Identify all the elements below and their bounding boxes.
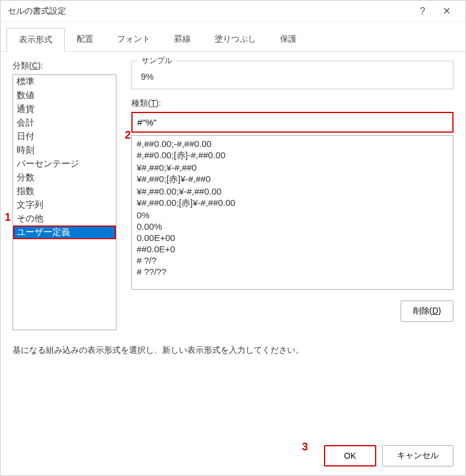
delete-button[interactable]: 削除(D): [401, 300, 454, 322]
category-item-scientific[interactable]: 指数: [13, 184, 116, 198]
type-list-item[interactable]: #,##0.00;[赤]-#,##0.00: [136, 149, 449, 162]
category-item-fraction[interactable]: 分数: [13, 171, 116, 184]
sample-label: サンプル: [138, 55, 176, 66]
type-input[interactable]: [131, 112, 454, 133]
type-list-item[interactable]: 0.00%: [136, 221, 449, 232]
category-item-custom[interactable]: ユーザー定義: [13, 226, 116, 239]
details-column: サンプル 9% 種類(T): #,##0.00;-#,##0.00 #,##0.…: [131, 61, 454, 330]
tab-alignment[interactable]: 配置: [65, 28, 105, 51]
tab-protection[interactable]: 保護: [268, 28, 308, 51]
category-listbox[interactable]: 標準 数値 通貨 会計 日付 時刻 パーセンテージ 分数 指数 文字列 その他 …: [12, 74, 116, 330]
main-area: 分類(C): 標準 数値 通貨 会計 日付 時刻 パーセンテージ 分数 指数 文…: [12, 61, 454, 330]
cancel-button[interactable]: キャンセル: [382, 445, 454, 466]
type-list-item[interactable]: 0%: [136, 209, 449, 221]
annotation-2: 2: [125, 129, 131, 142]
category-label: 分類(C):: [12, 61, 119, 71]
annotation-3: 3: [302, 441, 308, 453]
tab-number[interactable]: 表示形式: [7, 28, 65, 52]
dialog-footer: OK キャンセル: [1, 436, 465, 475]
type-label: 種類(T):: [131, 98, 454, 109]
type-list-item[interactable]: # ?/?: [136, 255, 449, 266]
content-area: 分類(C): 標準 数値 通貨 会計 日付 時刻 パーセンテージ 分数 指数 文…: [1, 52, 465, 436]
type-list-item[interactable]: 0.00E+00: [136, 232, 449, 243]
ok-button[interactable]: OK: [324, 445, 376, 466]
category-item-number[interactable]: 数値: [13, 89, 116, 102]
category-item-percentage[interactable]: パーセンテージ: [13, 157, 116, 171]
category-item-currency[interactable]: 通貨: [13, 102, 116, 116]
sample-value: 9%: [141, 68, 444, 82]
help-icon[interactable]: ?: [411, 6, 434, 17]
hint-text: 基になる組み込みの表示形式を選択し、新しい表示形式を入力してください。: [12, 345, 454, 356]
tab-strip: 表示形式 配置 フォント 罫線 塗りつぶし 保護: [1, 22, 465, 52]
category-item-standard[interactable]: 標準: [13, 75, 116, 89]
close-icon[interactable]: ✕: [434, 5, 458, 17]
type-list-item[interactable]: ¥#,##0;¥-#,##0: [136, 162, 449, 173]
tab-border[interactable]: 罫線: [162, 28, 203, 51]
type-listbox[interactable]: #,##0.00;-#,##0.00 #,##0.00;[赤]-#,##0.00…: [131, 135, 454, 290]
category-item-text[interactable]: 文字列: [13, 198, 116, 212]
tab-font[interactable]: フォント: [105, 28, 162, 51]
type-list-item[interactable]: ¥#,##0;[赤]¥-#,##0: [136, 173, 449, 186]
category-item-accounting[interactable]: 会計: [13, 116, 116, 130]
type-list-item[interactable]: # ??/??: [136, 266, 449, 277]
delete-row: 削除(D): [131, 300, 454, 322]
category-item-date[interactable]: 日付: [13, 130, 116, 143]
type-list-item[interactable]: #,##0.00;-#,##0.00: [136, 138, 449, 149]
format-cells-dialog: セルの書式設定 ? ✕ 表示形式 配置 フォント 罫線 塗りつぶし 保護 分類(…: [0, 0, 466, 476]
category-item-special[interactable]: その他: [13, 212, 116, 226]
titlebar: セルの書式設定 ? ✕: [1, 1, 465, 22]
category-item-time[interactable]: 時刻: [13, 143, 116, 157]
sample-box: サンプル 9%: [131, 61, 454, 89]
category-column: 分類(C): 標準 数値 通貨 会計 日付 時刻 パーセンテージ 分数 指数 文…: [12, 61, 119, 330]
annotation-1: 1: [5, 211, 11, 224]
type-list-item[interactable]: ¥#,##0.00;¥-#,##0.00: [136, 186, 449, 197]
dialog-title: セルの書式設定: [8, 6, 411, 17]
type-list-item[interactable]: ##0.0E+0: [136, 243, 449, 255]
tab-fill[interactable]: 塗りつぶし: [203, 28, 268, 51]
type-list-item[interactable]: ¥#,##0.00;[赤]¥-#,##0.00: [136, 197, 449, 209]
